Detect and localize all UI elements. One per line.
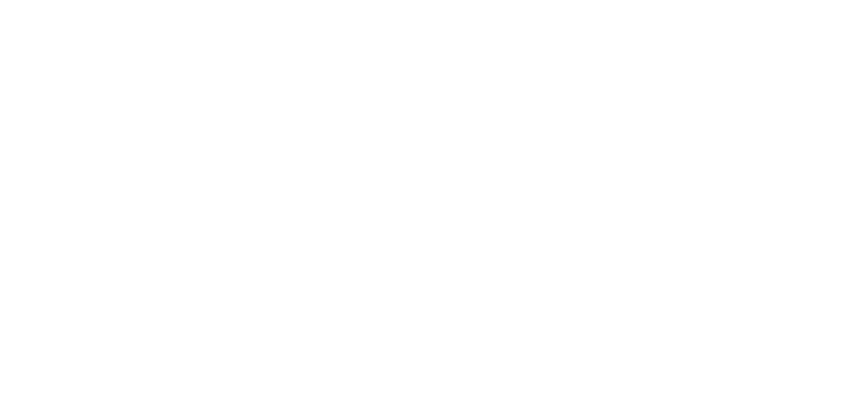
chart-plot-area <box>20 47 766 386</box>
